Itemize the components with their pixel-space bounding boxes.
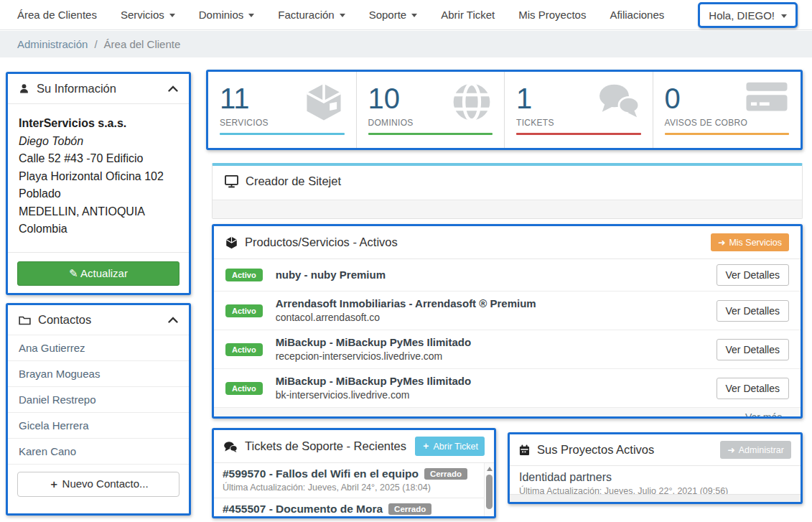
scroll-up-arrow-icon[interactable] (487, 467, 493, 471)
breadcrumb-separator: / (94, 38, 97, 50)
status-badge: Activo (225, 382, 263, 395)
sitejet-panel-footer (213, 200, 802, 218)
comments-icon (223, 441, 238, 452)
contact-list-item[interactable]: Karen Cano (8, 438, 189, 464)
stat-tickets-bar (516, 133, 641, 135)
active-services-panel: Productos/Servicios - Activos ➜Mis Servi… (212, 224, 803, 419)
user-menu-button[interactable]: Hola, DIEGO! (698, 2, 798, 28)
contact-list-item[interactable]: Brayan Mogueas (8, 360, 189, 386)
contacts-panel-title: Contactos (38, 313, 91, 327)
address-line: MEDELLIN, ANTIOQUIA (19, 203, 178, 221)
view-more-link[interactable]: Ver más... (745, 411, 790, 419)
address-line: Calle 52 #43 -70 Edificio (19, 150, 178, 168)
contact-list-item[interactable]: Daniel Restrepo (8, 386, 189, 412)
address-line: Colombia (19, 220, 178, 238)
ticket-updated: Última Actualización: Jueves, Abril 24°,… (223, 483, 485, 493)
plus-icon: ＋ (48, 477, 62, 490)
project-name-link[interactable]: Identidad partners (519, 471, 791, 484)
new-contact-button[interactable]: ＋ Nuevo Contacto... (17, 472, 179, 497)
your-info-panel-footer: ✎ Actualizar (8, 252, 189, 294)
service-name: Arrendasoft Inmobiliarias - Arrendasoft … (276, 297, 536, 311)
service-row: Activo Arrendasoft Inmobiliarias - Arren… (214, 292, 801, 330)
service-domain: recepcion-interservicios.livedrive.com (276, 350, 472, 363)
caret-down-icon (340, 14, 345, 17)
monitor-icon (225, 175, 238, 188)
nav-servicios[interactable]: Servicios (121, 9, 175, 21)
view-details-button[interactable]: Ver Detalles (717, 378, 789, 399)
contact-list-item[interactable]: Ana Gutierrez (8, 335, 189, 360)
stat-servicios[interactable]: 11 SERVICIOS (208, 72, 357, 148)
your-info-panel-title: Su Información (37, 82, 116, 95)
projects-panel-title: Sus Proyectos Activos (537, 443, 654, 457)
client-contact-name: Diego Tobón (19, 133, 178, 151)
tickets-panel-title: Tickets de Soporte - Recientes (245, 439, 406, 453)
view-details-button[interactable]: Ver Detalles (717, 264, 789, 286)
nav-dominios[interactable]: Dominios (199, 9, 255, 21)
sitejet-builder-panel: Creador de Sitejet (212, 163, 803, 219)
service-row: Activo nuby - nuby Premium Ver Detalles (214, 259, 801, 292)
ticket-row[interactable]: #455507 - Documento de Mora Cerrado (214, 498, 494, 518)
ticket-status-badge: Cerrado (388, 503, 431, 515)
update-details-button[interactable]: ✎ Actualizar (17, 261, 179, 286)
service-domain: bk-interservicios.livedrive.com (276, 388, 472, 402)
top-navbar: Área de Clientes Servicios Dominios Fact… (0, 0, 812, 30)
stat-avisos-label: AVISOS DE COBRO (665, 118, 790, 128)
ticket-row[interactable]: #599570 - Fallos del Wifi en el equipo C… (214, 463, 494, 498)
status-badge: Activo (225, 343, 263, 356)
contacts-panel-footer: ＋ Nuevo Contacto... (8, 464, 189, 504)
breadcrumb-current: Área del Cliente (104, 38, 181, 50)
stat-tickets-label: TICKETS (516, 118, 641, 128)
ticket-title: #599570 - Fallos del Wifi en el equipo (223, 467, 419, 480)
services-panel-header: Productos/Servicios - Activos ➜Mis Servi… (214, 226, 801, 259)
breadcrumb: Administración / Área del Cliente (0, 31, 812, 57)
open-ticket-button[interactable]: ＋Abrir Ticket (415, 437, 485, 456)
chevron-up-icon[interactable] (168, 317, 178, 323)
folder-icon (19, 315, 31, 325)
stats-row: 11 SERVICIOS 10 DOMINIOS 1 TICKETS 0 A (206, 70, 803, 150)
scrollbar-thumb[interactable] (486, 475, 493, 509)
chevron-up-icon[interactable] (168, 85, 178, 92)
stat-avisos-de-cobro[interactable]: 0 AVISOS DE COBRO (653, 72, 801, 148)
tickets-scrollbar[interactable] (484, 463, 494, 518)
services-panel-title: Productos/Servicios - Activos (245, 236, 398, 249)
caret-down-icon (781, 14, 787, 18)
caret-down-icon (169, 14, 175, 17)
address-line: Playa Horizontal Oficina 102 (19, 168, 178, 186)
cube-icon (225, 236, 238, 249)
stat-avisos-bar (665, 133, 790, 135)
service-name: MiBackup - MiBackup PyMes Ilimitado (276, 335, 472, 350)
nav-afiliaciones[interactable]: Afiliaciones (610, 9, 664, 21)
stat-tickets[interactable]: 1 TICKETS (505, 72, 653, 148)
sitejet-panel-header[interactable]: Creador de Sitejet (213, 166, 802, 197)
view-details-button[interactable]: Ver Detalles (717, 300, 789, 322)
projects-panel-footer (510, 494, 801, 502)
client-area-page: Área de Clientes Servicios Dominios Fact… (0, 0, 812, 522)
status-badge: Activo (225, 269, 263, 281)
manage-projects-button[interactable]: ➜Administrar (720, 441, 791, 459)
tickets-list: #599570 - Fallos del Wifi en el equipo C… (214, 463, 494, 518)
nav-area-de-clientes[interactable]: Área de Clientes (17, 9, 97, 21)
calendar-icon (519, 444, 530, 456)
nav-mis-proyectos[interactable]: Mis Proyectos (518, 9, 586, 21)
services-panel-footer: Ver más... (214, 408, 801, 419)
user-icon (19, 83, 29, 94)
projects-panel-header: Sus Proyectos Activos ➜Administrar (510, 434, 801, 466)
status-badge: Activo (225, 304, 263, 317)
nav-soporte[interactable]: Soporte (369, 9, 418, 21)
your-info-panel-header[interactable]: Su Información (8, 74, 189, 103)
address-line: Poblado (19, 185, 178, 203)
view-details-button[interactable]: Ver Detalles (717, 339, 789, 360)
breadcrumb-home-link[interactable]: Administración (17, 38, 88, 50)
active-projects-panel: Sus Proyectos Activos ➜Administrar Ident… (508, 432, 803, 504)
plus-icon: ＋ (421, 440, 431, 452)
contacts-panel-header[interactable]: Contactos (8, 305, 189, 335)
recent-tickets-panel: Tickets de Soporte - Recientes ＋Abrir Ti… (212, 428, 496, 518)
stat-dominios[interactable]: 10 DOMINIOS (357, 72, 505, 148)
caret-down-icon (411, 14, 417, 17)
nav-abrir-ticket[interactable]: Abrir Ticket (441, 9, 495, 21)
service-domain: contacol.arrendasoft.co (276, 311, 536, 325)
stat-servicios-bar (220, 133, 345, 135)
contact-list-item[interactable]: Gicela Herrera (8, 412, 189, 438)
nav-facturacion[interactable]: Facturación (278, 9, 345, 21)
my-services-button[interactable]: ➜Mis Servicios (711, 233, 789, 251)
